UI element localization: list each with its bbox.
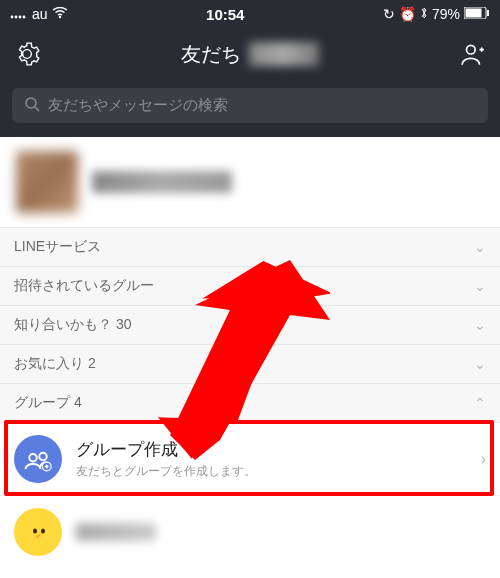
search-input[interactable]: 友だちやメッセージの検索 bbox=[12, 88, 488, 123]
status-bar: au 10:54 ↻ ⏰ 79% bbox=[0, 0, 500, 28]
svg-point-1 bbox=[15, 16, 18, 19]
header: 友だち bbox=[0, 28, 500, 80]
battery-percent: 79% bbox=[432, 6, 460, 22]
avatar bbox=[16, 151, 78, 213]
group-create-icon bbox=[14, 435, 62, 483]
wifi-icon bbox=[52, 6, 68, 22]
svg-point-8 bbox=[26, 98, 36, 108]
svg-point-2 bbox=[19, 16, 22, 19]
battery-icon bbox=[464, 6, 490, 22]
svg-line-9 bbox=[35, 107, 39, 111]
create-group-title: グループ作成 bbox=[76, 438, 467, 461]
svg-point-4 bbox=[58, 16, 60, 18]
clock: 10:54 bbox=[206, 6, 244, 23]
chevron-down-icon: ⌄ bbox=[474, 356, 486, 372]
svg-point-0 bbox=[11, 16, 14, 19]
section-line-service[interactable]: LINEサービス ⌄ bbox=[0, 227, 500, 266]
chevron-down-icon: ⌄ bbox=[474, 278, 486, 294]
bluetooth-icon bbox=[420, 6, 428, 23]
section-groups[interactable]: グループ 4 ⌃ bbox=[0, 383, 500, 422]
redacted-count bbox=[249, 42, 319, 66]
section-label: グループ 4 bbox=[14, 394, 82, 412]
svg-point-11 bbox=[33, 529, 37, 534]
list-item[interactable] bbox=[0, 495, 500, 568]
chevron-down-icon: ⌄ bbox=[474, 317, 486, 333]
create-group-subtitle: 友だちとグループを作成します。 bbox=[76, 463, 467, 480]
profile-name-redacted bbox=[92, 171, 232, 193]
chevron-right-icon: › bbox=[481, 450, 486, 468]
add-friend-icon[interactable] bbox=[460, 41, 486, 67]
create-group-row[interactable]: グループ作成 友だちとグループを作成します。 › bbox=[0, 422, 500, 495]
my-profile-row[interactable] bbox=[0, 137, 500, 227]
carrier-label: au bbox=[32, 6, 48, 22]
chevron-up-icon: ⌃ bbox=[474, 395, 486, 411]
svg-rect-7 bbox=[487, 10, 489, 16]
svg-point-3 bbox=[23, 16, 26, 19]
svg-point-12 bbox=[41, 529, 45, 534]
search-icon bbox=[24, 96, 40, 115]
signal-icon bbox=[10, 6, 28, 22]
settings-icon[interactable] bbox=[14, 41, 40, 67]
section-favorites[interactable]: お気に入り 2 ⌄ bbox=[0, 344, 500, 383]
page-title: 友だち bbox=[181, 41, 241, 68]
section-label: お気に入り 2 bbox=[14, 355, 96, 373]
sally-avatar bbox=[14, 508, 62, 556]
section-label: 知り合いかも？ 30 bbox=[14, 316, 131, 334]
alarm-icon: ⏰ bbox=[399, 6, 416, 22]
search-bar: 友だちやメッセージの検索 bbox=[0, 80, 500, 137]
chevron-down-icon: ⌄ bbox=[474, 239, 486, 255]
rotation-lock-icon: ↻ bbox=[383, 6, 395, 22]
search-placeholder: 友だちやメッセージの検索 bbox=[48, 96, 228, 115]
section-invited-groups[interactable]: 招待されているグルー ⌄ bbox=[0, 266, 500, 305]
svg-rect-6 bbox=[465, 9, 481, 18]
section-label: LINEサービス bbox=[14, 238, 101, 256]
item-name-redacted bbox=[76, 523, 156, 541]
section-label: 招待されているグルー bbox=[14, 277, 154, 295]
section-maybe-know[interactable]: 知り合いかも？ 30 ⌄ bbox=[0, 305, 500, 344]
